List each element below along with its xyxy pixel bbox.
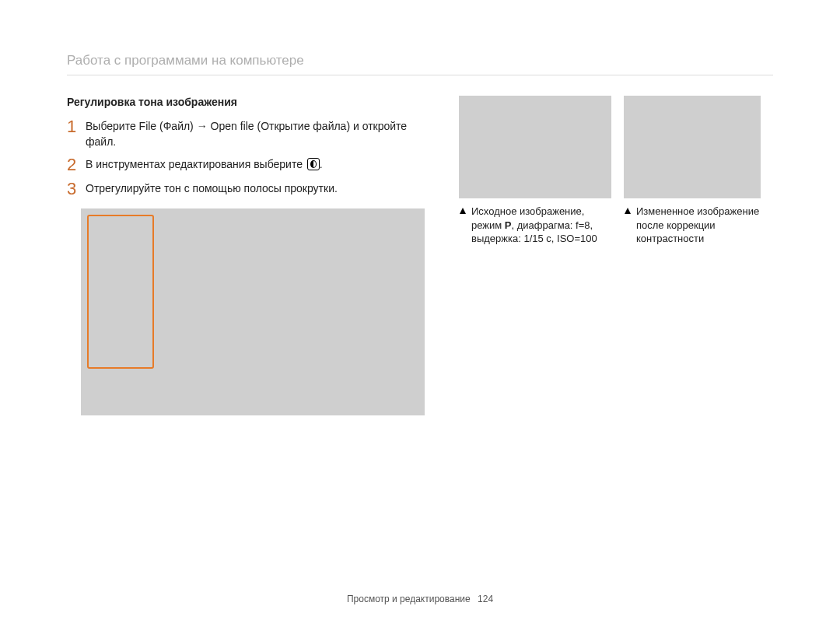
caption-line: Исходное изображение,	[471, 205, 584, 217]
thumbnail-before	[459, 96, 611, 198]
mode-letter: P	[505, 219, 512, 231]
caption-text: Исходное изображение, режим P, диафрагма…	[471, 205, 597, 246]
manual-page: Работа с программами на компьютере Регул…	[0, 0, 840, 634]
page-header-title: Работа с программами на компьютере	[0, 53, 840, 68]
caption-after: Измененное изображение после коррекции к…	[624, 205, 761, 246]
step-text: Выберите File (Файл) → Open ﬁle (Открыти…	[86, 119, 440, 149]
right-column: Исходное изображение, режим P, диафрагма…	[440, 96, 817, 415]
content-row: Регулировка тона изображения 1 Выберите …	[0, 75, 840, 415]
caption-line: , диафрагма: f=8,	[512, 219, 593, 231]
step-punct: .	[320, 158, 323, 170]
highlight-rectangle	[87, 215, 154, 369]
step-text-part: В инструментах редактирования выберите	[86, 158, 306, 170]
caption-text: Измененное изображение после коррекции к…	[636, 205, 759, 246]
step-3: 3 Отрегулируйте тон с помощью полосы про…	[67, 181, 440, 198]
page-footer: Просмотр и редактирование 124	[0, 594, 840, 604]
step-number: 2	[67, 156, 86, 173]
left-column: Регулировка тона изображения 1 Выберите …	[67, 96, 440, 415]
svg-marker-0	[460, 208, 466, 214]
step-number: 1	[67, 118, 86, 135]
caption-line: после коррекции	[636, 219, 716, 231]
step-text: В инструментах редактирования выберите .	[86, 157, 440, 173]
steps-list: 1 Выберите File (Файл) → Open ﬁle (Откры…	[67, 119, 440, 198]
step-1: 1 Выберите File (Файл) → Open ﬁle (Откры…	[67, 119, 440, 149]
caption-before: Исходное изображение, режим P, диафрагма…	[459, 205, 611, 246]
tone-adjust-icon	[307, 158, 320, 170]
caption-line: выдержка: 1/15 с, ISO=100	[471, 233, 597, 244]
before-block: Исходное изображение, режим P, диафрагма…	[459, 96, 611, 415]
after-block: Измененное изображение после коррекции к…	[624, 96, 761, 415]
caption-line: режим	[471, 219, 505, 231]
caption-line: контрастности	[636, 233, 704, 244]
footer-label: Просмотр и редактирование	[347, 594, 471, 604]
thumbnail-after	[624, 96, 761, 198]
step-number: 3	[67, 180, 86, 198]
step-text: Отрегулируйте тон с помощью полосы прокр…	[86, 181, 440, 197]
screenshot-placeholder-main	[81, 208, 425, 415]
svg-marker-1	[625, 208, 631, 214]
step-2: 2 В инструментах редактирования выберите…	[67, 157, 440, 173]
caption-line: Измененное изображение	[636, 205, 759, 217]
triangle-up-icon	[624, 207, 632, 215]
page-number: 124	[478, 594, 493, 604]
section-heading: Регулировка тона изображения	[67, 96, 440, 108]
triangle-up-icon	[459, 207, 467, 215]
